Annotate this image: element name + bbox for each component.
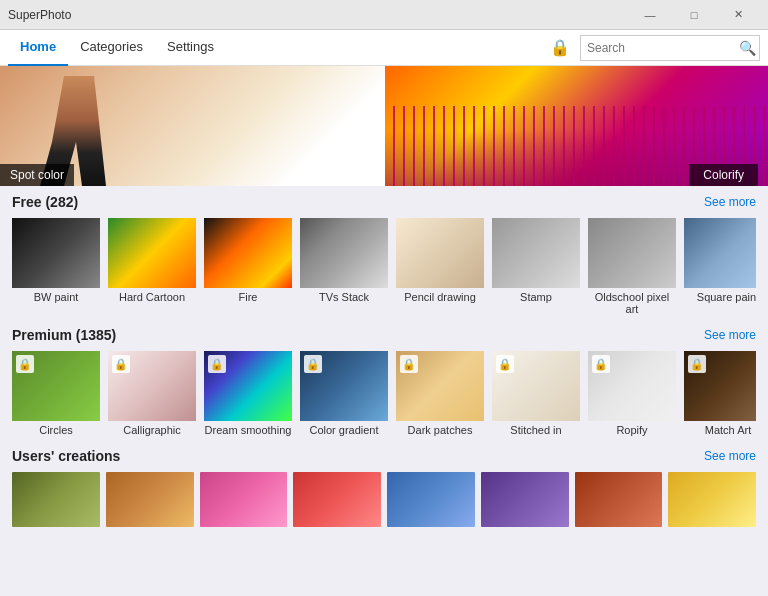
free-thumb-tvsstack: [300, 218, 388, 288]
free-item-hardcartoon[interactable]: Hard Cartoon: [108, 218, 196, 315]
free-label-oldschool: Oldschool pixel art: [588, 291, 676, 315]
free-item-bwpaint[interactable]: BW paint: [12, 218, 100, 315]
premium-thumb-colorgradient: 🔒: [300, 351, 388, 421]
premium-label-ropify: Ropify: [616, 424, 647, 436]
free-thumb-oldschool: [588, 218, 676, 288]
lock-icon-darkpatches: 🔒: [400, 355, 418, 373]
search-button[interactable]: 🔍: [736, 35, 759, 61]
premium-item-colorgradient[interactable]: 🔒 Color gradient: [300, 351, 388, 436]
premium-label-circles: Circles: [39, 424, 73, 436]
free-see-more[interactable]: See more: [704, 195, 756, 209]
free-item-fire[interactable]: Fire: [204, 218, 292, 315]
free-label-tvsstack: TVs Stack: [319, 291, 369, 303]
user-thumb-6[interactable]: [481, 472, 569, 527]
premium-item-dreamsmoothing[interactable]: 🔒 Dream smoothing: [204, 351, 292, 436]
premium-thumb-circles: 🔒: [12, 351, 100, 421]
search-box: 🔍: [580, 35, 760, 61]
premium-label-colorgradient: Color gradient: [309, 424, 378, 436]
free-thumb-hardcartoon: [108, 218, 196, 288]
premium-section-title: Premium (1385): [12, 327, 116, 343]
free-label-stamp: Stamp: [520, 291, 552, 303]
premium-thumb-stitchedin: 🔒: [492, 351, 580, 421]
main-content: Spot color Colorify Free (282) See more …: [0, 66, 768, 596]
premium-label-matchart: Match Art: [705, 424, 751, 436]
hero-right-label[interactable]: Colorify: [689, 164, 758, 186]
maximize-button[interactable]: □: [672, 0, 716, 30]
premium-item-stitchedin[interactable]: 🔒 Stitched in: [492, 351, 580, 436]
premium-thumb-matchart: 🔒: [684, 351, 756, 421]
user-thumb-7[interactable]: [575, 472, 663, 527]
lock-icon-calligraphic: 🔒: [112, 355, 130, 373]
premium-filter-grid: 🔒 Circles 🔒 Calligraphic 🔒 Dream smoothi…: [12, 351, 756, 436]
premium-item-ropify[interactable]: 🔒 Ropify: [588, 351, 676, 436]
premium-item-darkpatches[interactable]: 🔒 Dark patches: [396, 351, 484, 436]
free-filter-grid: BW paint Hard Cartoon Fire TVs Stack Pen…: [12, 218, 756, 315]
hero-left[interactable]: Spot color: [0, 66, 385, 186]
free-item-pencil[interactable]: Pencil drawing: [396, 218, 484, 315]
free-label-bwpaint: BW paint: [34, 291, 79, 303]
lock-icon-stitchedin: 🔒: [496, 355, 514, 373]
search-input[interactable]: [581, 36, 736, 60]
users-see-more[interactable]: See more: [704, 449, 756, 463]
lock-icon: 🔒: [540, 38, 580, 57]
premium-label-calligraphic: Calligraphic: [123, 424, 180, 436]
free-section-title: Free (282): [12, 194, 78, 210]
premium-item-circles[interactable]: 🔒 Circles: [12, 351, 100, 436]
user-thumb-1[interactable]: [12, 472, 100, 527]
user-thumb-3[interactable]: [200, 472, 288, 527]
lock-icon-colorgradient: 🔒: [304, 355, 322, 373]
lock-icon-circles: 🔒: [16, 355, 34, 373]
lock-icon-dreamsmoothing: 🔒: [208, 355, 226, 373]
user-thumb-2[interactable]: [106, 472, 194, 527]
users-section-title: Users' creations: [12, 448, 120, 464]
free-section-header: Free (282) See more: [12, 194, 756, 210]
premium-thumb-ropify: 🔒: [588, 351, 676, 421]
free-thumb-stamp: [492, 218, 580, 288]
free-thumb-pencil: [396, 218, 484, 288]
premium-see-more[interactable]: See more: [704, 328, 756, 342]
users-section-header: Users' creations See more: [12, 448, 756, 464]
free-thumb-squarepaint: [684, 218, 756, 288]
navbar: Home Categories Settings 🔒 🔍: [0, 30, 768, 66]
user-thumb-8[interactable]: [668, 472, 756, 527]
free-item-oldschool[interactable]: Oldschool pixel art: [588, 218, 676, 315]
window-controls: — □ ✕: [628, 0, 760, 30]
lock-icon-ropify: 🔒: [592, 355, 610, 373]
premium-section: Premium (1385) See more 🔒 Circles 🔒 Call…: [0, 319, 768, 440]
user-thumb-5[interactable]: [387, 472, 475, 527]
lock-icon-matchart: 🔒: [688, 355, 706, 373]
minimize-button[interactable]: —: [628, 0, 672, 30]
free-thumb-fire: [204, 218, 292, 288]
free-thumb-bwpaint: [12, 218, 100, 288]
free-item-squarepaint[interactable]: Square paint: [684, 218, 756, 315]
users-section: Users' creations See more: [0, 440, 768, 531]
free-section: Free (282) See more BW paint Hard Cartoo…: [0, 186, 768, 319]
hero-left-label[interactable]: Spot color: [0, 164, 74, 186]
premium-thumb-dreamsmoothing: 🔒: [204, 351, 292, 421]
close-button[interactable]: ✕: [716, 0, 760, 30]
premium-item-matchart[interactable]: 🔒 Match Art: [684, 351, 756, 436]
premium-label-stitchedin: Stitched in: [510, 424, 561, 436]
premium-thumb-darkpatches: 🔒: [396, 351, 484, 421]
free-item-stamp[interactable]: Stamp: [492, 218, 580, 315]
nav-settings[interactable]: Settings: [155, 30, 226, 66]
free-label-hardcartoon: Hard Cartoon: [119, 291, 185, 303]
titlebar: SuperPhoto — □ ✕: [0, 0, 768, 30]
hero-right[interactable]: Colorify: [385, 66, 768, 186]
free-label-fire: Fire: [239, 291, 258, 303]
nav-home[interactable]: Home: [8, 30, 68, 66]
premium-section-header: Premium (1385) See more: [12, 327, 756, 343]
premium-label-dreamsmoothing: Dream smoothing: [205, 424, 292, 436]
app-title: SuperPhoto: [8, 8, 71, 22]
premium-label-darkpatches: Dark patches: [408, 424, 473, 436]
free-item-tvsstack[interactable]: TVs Stack: [300, 218, 388, 315]
free-label-pencil: Pencil drawing: [404, 291, 476, 303]
user-thumb-4[interactable]: [293, 472, 381, 527]
premium-item-calligraphic[interactable]: 🔒 Calligraphic: [108, 351, 196, 436]
hero-banner: Spot color Colorify: [0, 66, 768, 186]
premium-thumb-calligraphic: 🔒: [108, 351, 196, 421]
free-label-squarepaint: Square paint: [697, 291, 756, 303]
users-grid: [12, 472, 756, 527]
nav-categories[interactable]: Categories: [68, 30, 155, 66]
